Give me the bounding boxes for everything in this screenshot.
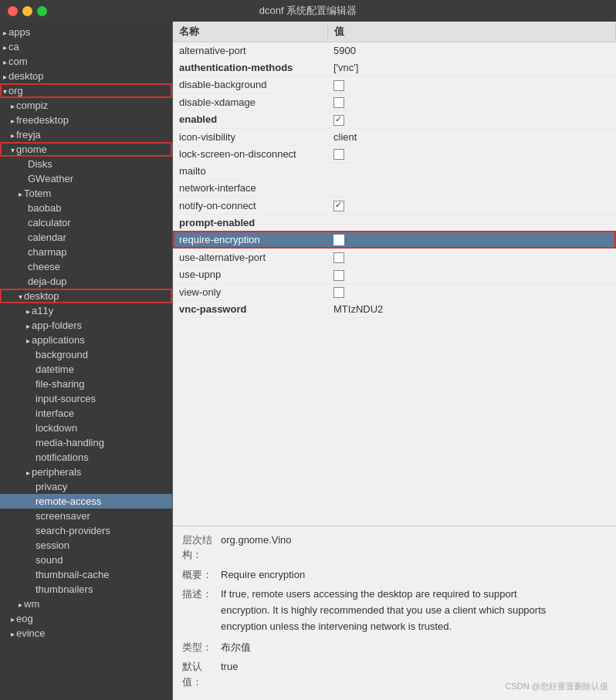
sidebar-item-ca[interactable]: ▸ca [0,39,172,54]
sidebar-item-gnome[interactable]: ▾gnome [0,142,172,157]
table-row[interactable]: use-alternative-port [173,249,616,266]
sidebar-item-label: desktop [24,290,59,302]
type-value: 布尔值 [221,640,607,655]
table-row[interactable]: disable-background [173,76,616,94]
sidebar-item-baobab[interactable]: baobab [0,201,172,215]
table-row[interactable]: alternative-port5900 [173,42,616,59]
checkbox-icon[interactable] [333,201,344,211]
sidebar-item-Totem[interactable]: ▸Totem [0,186,172,201]
sidebar-item-label: calendar [28,232,66,243]
sidebar-item-thumbnailers[interactable]: thumbnailers [0,582,172,597]
sidebar-item-label: input-sources [36,393,96,404]
sidebar-item-datetime[interactable]: datetime [0,362,172,377]
table-row[interactable]: prompt-enabled [173,214,616,231]
sidebar-item-label: desktop [8,70,44,82]
sidebar-item-applications[interactable]: ▸applications [0,333,172,347]
sidebar-item-apps[interactable]: ▸apps [0,25,172,39]
close-button[interactable] [8,6,18,16]
sidebar-item-thumbnail-cache[interactable]: thumbnail-cache [0,567,172,582]
table-row[interactable]: view-only [173,283,616,301]
checkbox-icon[interactable] [333,115,344,126]
row-key: icon-visibility [173,128,327,145]
sidebar-item-label: interface [36,407,74,419]
checkbox-icon[interactable] [333,270,344,281]
row-value [327,163,616,180]
table-row[interactable]: icon-visibilityclient [173,128,616,145]
sidebar-item-evince[interactable]: ▸evince [0,626,172,641]
row-key: notify-on-connect [173,197,327,215]
info-type: 类型： 布尔值 [182,640,607,655]
row-key: mailto [173,163,327,180]
sidebar-item-privacy[interactable]: privacy [0,479,172,494]
col-name: 名称 [173,22,327,42]
sidebar-item-notifications[interactable]: notifications [0,450,172,465]
sidebar-item-label: applications [32,334,85,346]
table-row[interactable]: lock-screen-on-disconnect [173,145,616,163]
sidebar-item-background[interactable]: background [0,347,172,362]
sidebar-item-calendar[interactable]: calendar [0,230,172,245]
table-row[interactable]: use-upnp [173,265,616,283]
table-row[interactable]: notify-on-connect [173,197,616,215]
sidebar-item-label: evince [16,627,46,639]
table-row[interactable]: disable-xdamage [173,93,616,111]
table-row[interactable]: mailto [173,163,616,180]
minimize-button[interactable] [22,6,32,16]
sidebar-item-label: session [36,539,69,551]
sidebar-item-app-folders[interactable]: ▸app-folders [0,318,172,333]
sidebar-item-peripherals[interactable]: ▸peripherals [0,465,172,479]
row-value [327,265,616,283]
table-row[interactable]: enabled [173,111,616,129]
sidebar-item-label: deja-dup [28,276,67,287]
hierarchy-label: 层次结构： [182,533,221,563]
sidebar-item-media-handling[interactable]: media-handling [0,435,172,450]
table-area[interactable]: 名称 值 alternative-port5900authentication-… [173,22,616,526]
sidebar-item-Disks[interactable]: Disks [0,157,172,171]
sidebar-item-search-providers[interactable]: search-providers [0,523,172,538]
sidebar-item-eog[interactable]: ▸eog [0,611,172,626]
watermark: CSDN @您好重置删除认值 [506,681,608,692]
sidebar-item-file-sharing[interactable]: file-sharing [0,377,172,391]
arrow-right-icon: ▸ [26,336,30,345]
sidebar-item-remote-access[interactable]: remote-access [0,494,172,509]
sidebar-item-a11y[interactable]: ▸a11y [0,303,172,318]
sidebar-item-label: freyja [16,129,41,140]
arrow-right-icon: ▸ [11,102,15,110]
sidebar-item-label: ca [8,41,19,52]
sidebar-item-compiz[interactable]: ▸compiz [0,98,172,113]
sidebar-item-lockdown[interactable]: lockdown [0,421,172,435]
checkbox-icon[interactable] [333,80,344,91]
sidebar-item-sound[interactable]: sound [0,553,172,567]
checkbox-icon[interactable] [333,97,344,108]
sidebar-item-com[interactable]: ▸com [0,54,172,69]
sidebar-item-session[interactable]: session [0,538,172,553]
sidebar-item-deja-dup[interactable]: deja-dup [0,274,172,289]
sidebar-item-interface[interactable]: interface [0,406,172,421]
title-bar: dconf 系统配置编辑器 [0,0,616,22]
sidebar-item-desktop[interactable]: ▸desktop [0,69,172,83]
sidebar-item-org[interactable]: ▾org [0,83,172,98]
sidebar-item-freedesktop[interactable]: ▸freedesktop [0,113,172,127]
sidebar-item-GWeather[interactable]: GWeather [0,171,172,186]
sidebar-item-desktop-gnome[interactable]: ▾desktop [0,289,172,303]
checkbox-icon[interactable] [333,252,344,263]
row-key: authentication-methods [173,59,327,76]
content-wrapper: 名称 值 alternative-port5900authentication-… [173,22,616,700]
table-row[interactable]: authentication-methods['vnc'] [173,59,616,76]
sidebar-item-charmap[interactable]: charmap [0,245,172,259]
sidebar-item-screensaver[interactable]: screensaver [0,509,172,523]
checkbox-icon[interactable] [333,149,344,160]
col-value: 值 [327,22,616,42]
sidebar-item-calculator[interactable]: calculator [0,215,172,230]
sidebar-item-freyja[interactable]: ▸freyja [0,127,172,142]
checkbox-icon[interactable] [333,235,344,245]
table-row[interactable]: require-encryption [173,231,616,249]
sidebar-item-cheese[interactable]: cheese [0,259,172,274]
maximize-button[interactable] [37,6,47,16]
table-row[interactable]: network-interface [173,180,616,197]
sidebar-item-label: cheese [28,261,60,272]
table-row[interactable]: vnc-passwordMTIzNDU2 [173,301,616,318]
sidebar-item-input-sources[interactable]: input-sources [0,391,172,406]
desc-label: 描述： [182,587,221,634]
checkbox-icon[interactable] [333,287,344,298]
sidebar-item-wm[interactable]: ▸wm [0,597,172,611]
